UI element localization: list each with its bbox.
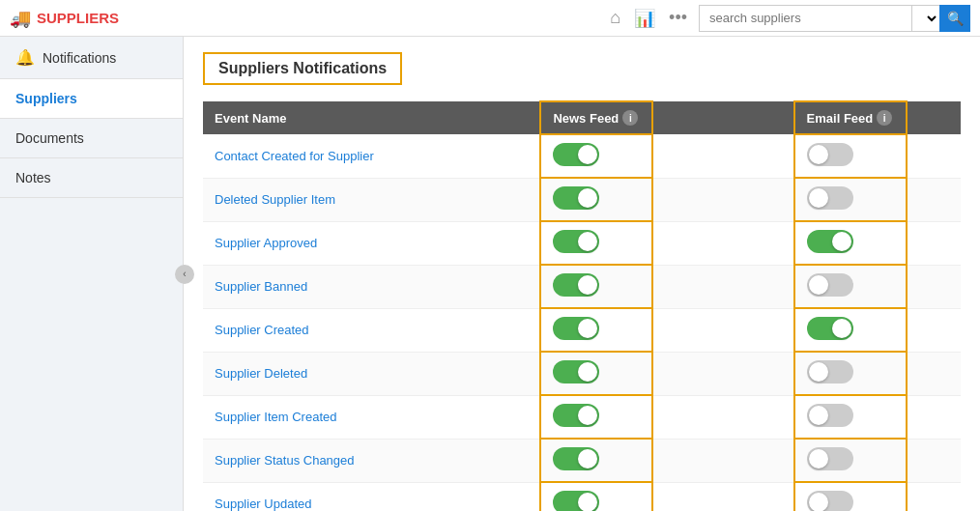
emailfeed-toggle-cell — [794, 221, 907, 265]
truck-icon: 🚚 — [10, 8, 31, 29]
main-content: Suppliers Notifications Event Name News … — [184, 37, 980, 511]
table-row: Deleted Supplier Item — [203, 178, 961, 221]
search-button[interactable]: 🔍 — [939, 5, 970, 32]
newsfeed-toggle-knob — [578, 449, 597, 468]
newsfeed-toggle-cell — [540, 352, 652, 395]
event-name-cell: Supplier Banned — [203, 265, 540, 308]
newsfeed-toggle[interactable] — [553, 143, 599, 166]
sidebar-label-documents: Documents — [15, 130, 84, 146]
topbar-icons: ⌂ 📊 ••• — [610, 8, 687, 29]
col-header-emailfeed: Email Feed i — [794, 101, 907, 134]
event-name-cell: Supplier Approved — [203, 221, 540, 265]
table-row: Supplier Banned — [203, 265, 961, 308]
app-logo: 🚚 SUPPLIERS — [10, 8, 119, 29]
newsfeed-toggle-knob — [578, 406, 597, 425]
emailfeed-toggle-knob — [832, 319, 851, 338]
emailfeed-toggle-knob — [809, 449, 828, 468]
home-icon[interactable]: ⌂ — [610, 8, 620, 28]
newsfeed-info-icon[interactable]: i — [622, 110, 638, 126]
emailfeed-toggle-knob — [832, 232, 851, 251]
emailfeed-toggle-cell — [794, 134, 907, 178]
newsfeed-toggle-cell — [540, 439, 652, 482]
gap-cell — [652, 221, 793, 265]
rest-cell — [907, 308, 961, 352]
event-name-cell: Supplier Updated — [203, 482, 540, 511]
emailfeed-toggle-knob — [809, 493, 828, 511]
sidebar: 🔔 Notifications Suppliers Documents Note… — [0, 37, 184, 511]
sidebar-item-documents[interactable]: Documents — [0, 119, 183, 158]
gap-cell — [652, 439, 793, 482]
chart-icon[interactable]: 📊 — [634, 8, 655, 29]
search-input[interactable] — [699, 5, 911, 32]
topbar: 🚚 SUPPLIERS ⌂ 📊 ••• 🔍 — [0, 0, 980, 37]
rest-cell — [907, 178, 961, 221]
newsfeed-toggle-knob — [578, 145, 597, 164]
emailfeed-toggle[interactable] — [807, 317, 853, 340]
rest-cell — [907, 221, 961, 265]
newsfeed-toggle-cell — [540, 482, 652, 511]
emailfeed-toggle[interactable] — [807, 491, 853, 511]
gap-cell — [652, 395, 793, 439]
emailfeed-toggle-knob — [809, 188, 828, 208]
gap-cell — [652, 352, 793, 395]
emailfeed-toggle[interactable] — [807, 186, 853, 210]
table-row: Supplier Approved — [203, 221, 961, 265]
emailfeed-toggle-knob — [809, 145, 828, 164]
newsfeed-toggle[interactable] — [553, 230, 599, 253]
gap-cell — [652, 134, 793, 178]
sidebar-label-notifications: Notifications — [43, 50, 116, 66]
layout: 🔔 Notifications Suppliers Documents Note… — [0, 37, 980, 511]
sidebar-collapse-button[interactable]: ‹ — [175, 265, 194, 284]
newsfeed-toggle[interactable] — [553, 360, 599, 383]
emailfeed-toggle[interactable] — [807, 230, 853, 253]
app-title: SUPPLIERS — [37, 10, 119, 26]
search-dropdown[interactable] — [911, 5, 939, 32]
emailfeed-toggle-knob — [809, 275, 828, 295]
emailfeed-info-icon[interactable]: i — [877, 110, 892, 126]
event-name-cell: Supplier Status Changed — [203, 439, 540, 482]
event-name-cell: Supplier Created — [203, 308, 540, 352]
emailfeed-toggle[interactable] — [807, 143, 853, 166]
more-icon[interactable]: ••• — [669, 8, 687, 28]
bell-icon: 🔔 — [15, 48, 35, 67]
newsfeed-toggle[interactable] — [553, 404, 599, 427]
table-row: Contact Created for Supplier — [203, 134, 961, 178]
col-header-event: Event Name — [203, 101, 540, 134]
table-row: Supplier Status Changed — [203, 439, 961, 482]
col-header-gap — [652, 101, 793, 134]
newsfeed-toggle-cell — [540, 265, 652, 308]
newsfeed-toggle-cell — [540, 178, 652, 221]
newsfeed-toggle[interactable] — [553, 273, 599, 297]
table-row: Supplier Updated — [203, 482, 961, 511]
emailfeed-toggle[interactable] — [807, 360, 853, 383]
emailfeed-toggle-knob — [809, 406, 828, 425]
newsfeed-toggle-knob — [578, 319, 597, 338]
sidebar-item-notifications[interactable]: 🔔 Notifications — [0, 37, 183, 79]
newsfeed-toggle-knob — [578, 188, 597, 208]
newsfeed-toggle[interactable] — [553, 186, 599, 210]
emailfeed-toggle[interactable] — [807, 447, 853, 470]
sidebar-item-suppliers[interactable]: Suppliers — [0, 79, 183, 119]
newsfeed-toggle-knob — [578, 232, 597, 251]
gap-cell — [652, 308, 793, 352]
newsfeed-toggle-cell — [540, 308, 652, 352]
emailfeed-toggle-cell — [794, 178, 907, 221]
notifications-table: Event Name News Feed i Email Feed i — [203, 100, 961, 511]
emailfeed-toggle[interactable] — [807, 404, 853, 427]
table-row: Supplier Deleted — [203, 352, 961, 395]
rest-cell — [907, 265, 961, 308]
emailfeed-toggle-cell — [794, 482, 907, 511]
newsfeed-toggle-knob — [578, 493, 597, 511]
emailfeed-toggle[interactable] — [807, 273, 853, 297]
sidebar-item-notes[interactable]: Notes — [0, 158, 183, 198]
gap-cell — [652, 265, 793, 308]
gap-cell — [652, 482, 793, 511]
newsfeed-toggle[interactable] — [553, 317, 599, 340]
table-row: Supplier Item Created — [203, 395, 961, 439]
newsfeed-toggle-cell — [540, 395, 652, 439]
newsfeed-toggle[interactable] — [553, 447, 599, 470]
event-name-cell: Contact Created for Supplier — [203, 134, 540, 178]
newsfeed-toggle-knob — [578, 275, 597, 295]
rest-cell — [907, 395, 961, 439]
newsfeed-toggle[interactable] — [553, 491, 599, 511]
